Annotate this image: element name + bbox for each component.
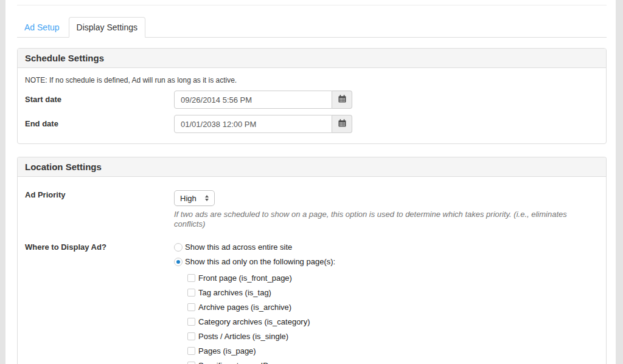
location-settings-title: Location Settings: [18, 157, 606, 177]
page-right-gutter: [616, 0, 623, 364]
schedule-settings-panel: Schedule Settings NOTE: If no schedule i…: [17, 48, 607, 144]
main-content: Ad Setup Display Settings Schedule Setti…: [17, 5, 607, 364]
end-date-input-group: [174, 115, 352, 133]
tab-ad-setup[interactable]: Ad Setup: [17, 18, 67, 37]
checkbox-row[interactable]: Archive pages (is_archive): [187, 303, 335, 312]
checkbox-icon[interactable]: [187, 347, 195, 355]
radio-following-pages-label[interactable]: Show this ad only on the following page(…: [185, 257, 335, 266]
page-left-gutter: [0, 0, 5, 364]
checkbox-icon[interactable]: [187, 274, 195, 282]
checkbox-icon[interactable]: [187, 303, 195, 311]
schedule-settings-body: NOTE: If no schedule is defined, Ad will…: [18, 68, 606, 143]
location-settings-panel: Location Settings Ad Priority High If tw…: [17, 157, 607, 364]
checkbox-row[interactable]: Pages (is_page): [187, 346, 335, 355]
checkbox-icon[interactable]: [187, 332, 195, 340]
calendar-icon: [338, 118, 346, 129]
end-date-label: End date: [25, 119, 174, 129]
where-to-display-row: Where to Display Ad? Show this ad across…: [25, 242, 599, 364]
top-divider: [17, 5, 607, 5]
checkbox-label[interactable]: Posts / Articles (is_single): [198, 332, 288, 341]
calendar-icon: [338, 94, 346, 105]
tab-display-settings[interactable]: Display Settings: [69, 17, 145, 38]
checkbox-row[interactable]: Tag archives (is_tag): [187, 288, 335, 297]
where-to-display-control: Show this ad across entire site Show thi…: [174, 242, 335, 364]
checkbox-label[interactable]: Archive pages (is_archive): [198, 303, 291, 312]
checkbox-label[interactable]: Pages (is_page): [198, 346, 256, 355]
checkbox-label[interactable]: Category archives (is_category): [198, 317, 310, 326]
where-to-display-label: Where to Display Ad?: [25, 242, 174, 252]
start-date-calendar-button[interactable]: [332, 91, 352, 109]
radio-entire-site[interactable]: Show this ad across entire site: [174, 242, 335, 252]
ad-priority-row: Ad Priority High If two ads are schedule…: [25, 190, 599, 229]
radio-following-pages[interactable]: Show this ad only on the following page(…: [174, 257, 335, 266]
checkbox-label[interactable]: Specific category ID: [198, 361, 269, 364]
radio-entire-site-label[interactable]: Show this ad across entire site: [185, 242, 292, 252]
ad-priority-select[interactable]: High: [174, 190, 215, 206]
end-date-calendar-button[interactable]: [332, 115, 352, 133]
checkbox-icon[interactable]: [187, 289, 195, 297]
ad-priority-help-text: If two ads are scheduled to show on a pa…: [174, 210, 599, 229]
end-date-input[interactable]: [174, 115, 332, 133]
checkbox-row[interactable]: Specific category ID: [187, 361, 335, 364]
ad-priority-control: High If two ads are scheduled to show on…: [174, 190, 599, 229]
checkbox-row[interactable]: Category archives (is_category): [187, 317, 335, 326]
page-type-checkbox-list: Front page (is_front_page) Tag archives …: [187, 273, 335, 364]
schedule-settings-title: Schedule Settings: [18, 49, 606, 68]
updown-arrows-icon: [205, 195, 209, 201]
radio-button-icon[interactable]: [174, 243, 183, 252]
ad-priority-label: Ad Priority: [25, 190, 174, 200]
start-date-input-group: [174, 91, 352, 109]
location-settings-body: Ad Priority High If two ads are schedule…: [18, 177, 606, 364]
checkbox-icon[interactable]: [187, 362, 195, 364]
schedule-note: NOTE: If no schedule is defined, Ad will…: [25, 76, 599, 85]
start-date-input[interactable]: [174, 91, 332, 109]
checkbox-label[interactable]: Tag archives (is_tag): [198, 288, 271, 297]
ad-priority-selected-value: High: [180, 194, 197, 203]
start-date-row: Start date: [25, 91, 599, 109]
tab-bar: Ad Setup Display Settings: [17, 17, 607, 38]
end-date-row: End date: [25, 115, 599, 133]
checkbox-row[interactable]: Front page (is_front_page): [187, 273, 335, 283]
start-date-label: Start date: [25, 95, 174, 105]
radio-button-icon[interactable]: [174, 258, 183, 266]
checkbox-label[interactable]: Front page (is_front_page): [198, 273, 292, 283]
checkbox-icon[interactable]: [187, 318, 195, 326]
checkbox-row[interactable]: Posts / Articles (is_single): [187, 332, 335, 341]
